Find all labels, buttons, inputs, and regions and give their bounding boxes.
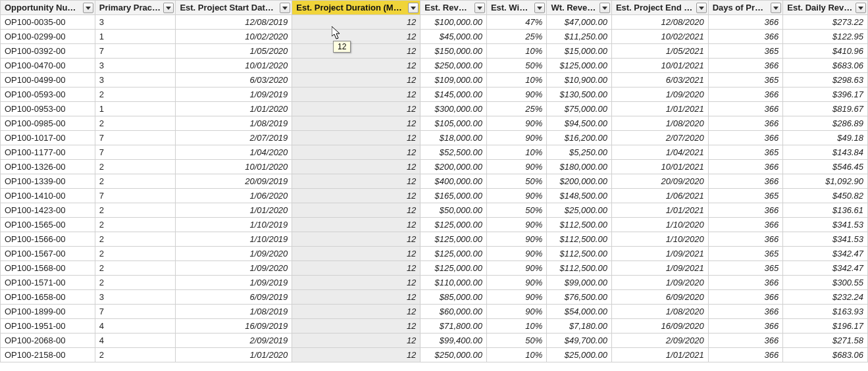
cell-win[interactable]: 10%	[486, 319, 546, 334]
cell-practice[interactable]: 2	[95, 232, 176, 247]
cell-opp[interactable]: OP100-1571-00	[1, 276, 95, 290]
cell-rev[interactable]: $110,000.00	[421, 276, 487, 290]
cell-dur[interactable]: 12	[292, 218, 421, 232]
cell-opp[interactable]: OP100-0299-00	[1, 30, 95, 44]
cell-wt[interactable]: $112,500.00	[547, 232, 612, 247]
cell-daily[interactable]: $163.93	[783, 305, 868, 319]
cell-days[interactable]: 366	[708, 276, 783, 290]
cell-opp[interactable]: OP100-1339-00	[1, 174, 95, 189]
cell-daily[interactable]: $273.22	[783, 15, 868, 30]
cell-opp[interactable]: OP100-1177-00	[1, 145, 95, 160]
cell-start[interactable]: 1/04/2020	[176, 145, 292, 160]
cell-daily[interactable]: $232.24	[783, 290, 868, 305]
cell-daily[interactable]: $286.89	[783, 116, 868, 131]
cell-practice[interactable]: 7	[95, 131, 176, 145]
table-row[interactable]: OP100-1571-0021/09/201912$110,000.0090%$…	[1, 276, 868, 290]
cell-dur[interactable]: 12	[292, 290, 421, 305]
cell-practice[interactable]: 1	[95, 102, 176, 116]
cell-rev[interactable]: $125,000.00	[421, 218, 487, 232]
cell-opp[interactable]: OP100-1899-00	[1, 305, 95, 319]
col-header-rev[interactable]: Est. Revenue	[421, 1, 487, 15]
cell-opp[interactable]: OP100-0392-00	[1, 44, 95, 59]
cell-dur[interactable]: 12	[292, 160, 421, 174]
cell-days[interactable]: 366	[708, 334, 783, 348]
cell-start[interactable]: 6/03/2020	[176, 73, 292, 87]
cell-start[interactable]: 1/10/2019	[176, 232, 292, 247]
cell-daily[interactable]: $271.58	[783, 334, 868, 348]
cell-rev[interactable]: $125,000.00	[421, 232, 487, 247]
cell-wt[interactable]: $99,000.00	[547, 276, 612, 290]
cell-rev[interactable]: $99,400.00	[421, 334, 487, 348]
cell-rev[interactable]: $250,000.00	[421, 348, 487, 362]
cell-end[interactable]: 10/01/2021	[611, 59, 708, 73]
cell-dur[interactable]: 12	[292, 203, 421, 218]
cell-wt[interactable]: $25,000.00	[547, 203, 612, 218]
cell-dur[interactable]: 12	[292, 348, 421, 362]
cell-opp[interactable]: OP100-0593-00	[1, 87, 95, 102]
cell-wt[interactable]: $112,500.00	[547, 247, 612, 261]
cell-start[interactable]: 2/09/2019	[176, 334, 292, 348]
cell-opp[interactable]: OP100-1326-00	[1, 160, 95, 174]
cell-win[interactable]: 90%	[486, 276, 546, 290]
cell-start[interactable]: 1/09/2019	[176, 87, 292, 102]
table-row[interactable]: OP100-2068-0042/09/201912$99,400.0050%$4…	[1, 334, 868, 348]
cell-practice[interactable]: 4	[95, 334, 176, 348]
cell-end[interactable]: 1/10/2020	[611, 232, 708, 247]
table-row[interactable]: OP100-1567-0021/09/202012$125,000.0090%$…	[1, 247, 868, 261]
cell-start[interactable]: 1/08/2019	[176, 116, 292, 131]
filter-dropdown-icon[interactable]	[474, 3, 485, 13]
cell-rev[interactable]: $125,000.00	[421, 247, 487, 261]
cell-days[interactable]: 366	[708, 348, 783, 362]
cell-start[interactable]: 1/05/2020	[176, 44, 292, 59]
cell-wt[interactable]: $112,500.00	[547, 261, 612, 276]
cell-dur[interactable]: 12	[292, 87, 421, 102]
cell-end[interactable]: 1/08/2020	[611, 116, 708, 131]
table-row[interactable]: OP100-1951-00416/09/201912$71,800.0010%$…	[1, 319, 868, 334]
cell-win[interactable]: 90%	[486, 305, 546, 319]
cell-dur[interactable]: 12	[292, 59, 421, 73]
cell-end[interactable]: 1/09/2021	[611, 247, 708, 261]
table-row[interactable]: OP100-1410-0071/06/202012$165,000.0090%$…	[1, 189, 868, 203]
table-row[interactable]: OP100-1326-00210/01/202012$200,000.0090%…	[1, 160, 868, 174]
cell-daily[interactable]: $1,092.90	[783, 174, 868, 189]
col-header-start[interactable]: Est. Project Start Date (Org)	[176, 1, 292, 15]
cell-practice[interactable]: 1	[95, 30, 176, 44]
table-row[interactable]: OP100-1566-0021/10/201912$125,000.0090%$…	[1, 232, 868, 247]
cell-rev[interactable]: $100,000.00	[421, 15, 487, 30]
cell-wt[interactable]: $5,250.00	[547, 145, 612, 160]
table-row[interactable]: OP100-0035-00312/08/201912$100,000.0047%…	[1, 15, 868, 30]
cell-start[interactable]: 1/09/2020	[176, 261, 292, 276]
cell-practice[interactable]: 7	[95, 145, 176, 160]
cell-end[interactable]: 1/01/2021	[611, 102, 708, 116]
cell-win[interactable]: 90%	[486, 232, 546, 247]
cell-opp[interactable]: OP100-1568-00	[1, 261, 95, 276]
cell-daily[interactable]: $300.55	[783, 276, 868, 290]
cell-days[interactable]: 366	[708, 218, 783, 232]
cell-daily[interactable]: $298.63	[783, 73, 868, 87]
cell-opp[interactable]: OP100-1565-00	[1, 218, 95, 232]
cell-wt[interactable]: $7,180.00	[547, 319, 612, 334]
cell-opp[interactable]: OP100-0035-00	[1, 15, 95, 30]
col-header-wt[interactable]: Wt. Revenue	[547, 1, 612, 15]
col-header-win[interactable]: Est. Win %	[486, 1, 546, 15]
filter-dropdown-icon[interactable]	[771, 3, 781, 13]
cell-win[interactable]: 90%	[486, 247, 546, 261]
cell-rev[interactable]: $125,000.00	[421, 261, 487, 276]
cell-wt[interactable]: $94,500.00	[547, 116, 612, 131]
cell-start[interactable]: 1/01/2020	[176, 348, 292, 362]
cell-opp[interactable]: OP100-1423-00	[1, 203, 95, 218]
filter-dropdown-icon[interactable]	[280, 3, 290, 13]
cell-daily[interactable]: $410.96	[783, 44, 868, 59]
cell-dur[interactable]: 12	[292, 247, 421, 261]
cell-dur[interactable]: 12	[292, 44, 421, 59]
cell-days[interactable]: 366	[708, 59, 783, 73]
cell-win[interactable]: 10%	[486, 145, 546, 160]
cell-rev[interactable]: $109,000.00	[421, 73, 487, 87]
cell-start[interactable]: 1/08/2019	[176, 305, 292, 319]
col-header-end[interactable]: Est. Project End Date	[611, 1, 708, 15]
cell-win[interactable]: 50%	[486, 174, 546, 189]
cell-practice[interactable]: 2	[95, 348, 176, 362]
table-row[interactable]: OP100-2158-0021/01/202012$250,000.0010%$…	[1, 348, 868, 362]
cell-daily[interactable]: $143.84	[783, 145, 868, 160]
table-row[interactable]: OP100-0593-0021/09/201912$145,000.0090%$…	[1, 87, 868, 102]
